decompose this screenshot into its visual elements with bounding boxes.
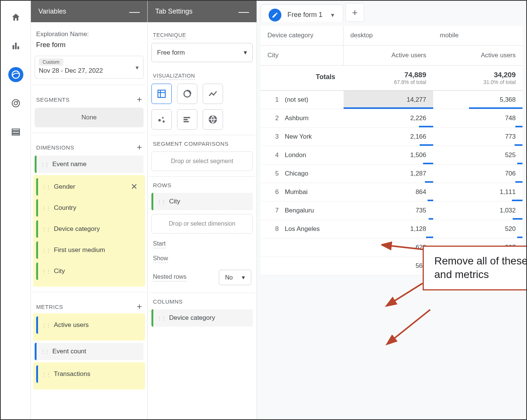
- viz-scatter-icon[interactable]: [151, 109, 172, 130]
- row-city: Mumbai: [282, 183, 344, 201]
- close-icon[interactable]: ✕: [131, 182, 137, 192]
- configure-icon[interactable]: [8, 124, 23, 139]
- chip-label: Active users: [54, 321, 89, 329]
- drag-handle-icon: ⋮⋮: [42, 269, 50, 274]
- row-city: Bengaluru: [282, 202, 344, 220]
- add-tab-button[interactable]: +: [345, 3, 364, 22]
- cell-mobile: 525: [433, 146, 523, 164]
- svg-rect-16: [183, 117, 190, 118]
- segment-comparisons-label: SEGMENT COMPARISONS: [153, 141, 253, 147]
- home-icon[interactable]: [8, 10, 23, 25]
- dimension-chip[interactable]: ⋮⋮City: [36, 263, 142, 280]
- technique-select[interactable]: Free form ▾: [151, 43, 253, 62]
- svg-rect-7: [12, 131, 20, 133]
- metric-chip[interactable]: ⋮⋮Transactions: [36, 365, 142, 383]
- dimension-chip[interactable]: ⋮⋮Gender✕: [36, 178, 142, 195]
- tab-settings-header: Tab Settings —: [148, 1, 257, 22]
- drag-handle-icon: ⋮⋮: [42, 184, 50, 190]
- tab-menu-icon[interactable]: ▼: [328, 12, 340, 18]
- explore-icon[interactable]: [8, 67, 23, 82]
- table-row: 1 (not set) 14,277 5,368: [261, 91, 522, 109]
- totals-mobile: 34,209 31.0% of total: [433, 66, 523, 90]
- exploration-name-value[interactable]: Free form: [36, 41, 144, 49]
- viz-line-icon[interactable]: [203, 84, 223, 104]
- cell-desktop: 563: [344, 257, 433, 275]
- table-row: 7 Bengaluru 735 1,032: [261, 202, 522, 220]
- cell-mobile: 520: [433, 220, 523, 238]
- segment-drop-zone[interactable]: Drop or select segment: [151, 151, 253, 171]
- cell-mobile: 1,111: [433, 183, 523, 201]
- row-rank: 7: [261, 202, 282, 220]
- row-city: New York: [282, 128, 344, 146]
- column-header-mobile: mobile: [433, 26, 523, 45]
- row-city: (not set): [282, 91, 344, 109]
- metric-chip[interactable]: ⋮⋮Active users: [36, 316, 142, 334]
- row-dimension-label: City: [261, 46, 344, 65]
- dimension-chip[interactable]: ⋮⋮First user medium: [36, 241, 142, 259]
- row-city: Los Angeles: [282, 220, 344, 238]
- cell-desktop: 628: [344, 238, 433, 257]
- metric-header-desktop: Active users: [344, 46, 433, 65]
- metrics-title: METRICS: [36, 304, 63, 310]
- advertising-icon[interactable]: [8, 96, 23, 111]
- row-city: [282, 238, 344, 257]
- row-rank: 3: [261, 128, 282, 146]
- row-rank: 2: [261, 109, 282, 127]
- segments-none[interactable]: None: [35, 108, 144, 127]
- row-city: [282, 257, 344, 275]
- tab-settings-title: Tab Settings: [155, 8, 192, 15]
- columns-label: COLUMNS: [153, 298, 253, 305]
- viz-donut-icon[interactable]: [177, 84, 197, 104]
- rows-chip-city[interactable]: ⋮⋮ City: [151, 193, 253, 210]
- row-rank: 1: [261, 91, 282, 109]
- col-dimension-label: Device category: [261, 26, 344, 45]
- add-dimension-button[interactable]: +: [137, 142, 142, 153]
- show-rows-label: Show: [153, 255, 168, 263]
- cell-mobile: 1,032: [433, 202, 523, 220]
- svg-rect-17: [183, 119, 188, 120]
- svg-line-22: [393, 310, 430, 340]
- viz-table-icon[interactable]: [151, 84, 172, 104]
- viz-bar-icon[interactable]: [177, 109, 197, 130]
- nested-rows-value: No: [225, 274, 233, 281]
- add-metric-button[interactable]: +: [137, 301, 142, 312]
- start-row-label: Start: [153, 240, 166, 248]
- columns-chip-device[interactable]: ⋮⋮ Device category: [151, 309, 253, 327]
- row-city: London: [282, 146, 344, 164]
- chip-label: Country: [54, 204, 76, 212]
- technique-value: Free form: [157, 49, 185, 57]
- edit-icon[interactable]: [269, 9, 281, 21]
- add-segment-button[interactable]: +: [137, 94, 142, 105]
- rows-drop-zone[interactable]: Drop or select dimension: [151, 214, 253, 234]
- minimize-icon[interactable]: —: [129, 10, 140, 14]
- dimensions-title: DIMENSIONS: [36, 144, 74, 151]
- drag-handle-icon: ⋮⋮: [42, 205, 50, 211]
- nested-rows-select[interactable]: No ▾: [219, 270, 251, 285]
- date-range-value: Nov 28 - Dec 27, 2022: [39, 67, 139, 75]
- chip-label: Event count: [52, 348, 86, 355]
- date-range-selector[interactable]: Custom Nov 28 - Dec 27, 2022 ▾: [35, 56, 144, 79]
- cell-desktop: 2,166: [344, 128, 433, 146]
- reports-icon[interactable]: [8, 38, 23, 53]
- metric-chip[interactable]: ⋮⋮Event count: [35, 343, 144, 360]
- tab-name[interactable]: Free form 1: [284, 8, 326, 22]
- cell-desktop: 2,226: [344, 109, 433, 127]
- exploration-name-label: Exploration Name:: [36, 31, 144, 38]
- dimension-chip[interactable]: ⋮⋮Country: [36, 199, 142, 217]
- row-rank: 4: [261, 146, 282, 164]
- dimension-chip[interactable]: ⋮⋮Device category: [36, 220, 142, 238]
- nested-rows-label: Nested rows: [153, 273, 186, 281]
- minimize-icon[interactable]: —: [238, 10, 249, 14]
- drag-handle-icon: ⋮⋮: [42, 322, 50, 328]
- drag-handle-icon: ⋮⋮: [40, 349, 49, 354]
- table-row: 2 Ashburn 2,226 748: [261, 109, 522, 128]
- drag-handle-icon: ⋮⋮: [42, 371, 50, 377]
- drag-handle-icon: ⋮⋮: [42, 247, 50, 253]
- svg-rect-6: [12, 129, 20, 130]
- viz-geo-icon[interactable]: [203, 109, 223, 130]
- variables-panel: Variables — Exploration Name: Free form …: [31, 1, 148, 419]
- dimension-chip[interactable]: ⋮⋮Event name: [35, 156, 144, 173]
- row-rank: [261, 238, 282, 257]
- chevron-down-icon: ▾: [242, 274, 245, 281]
- segments-title: SEGMENTS: [36, 96, 70, 103]
